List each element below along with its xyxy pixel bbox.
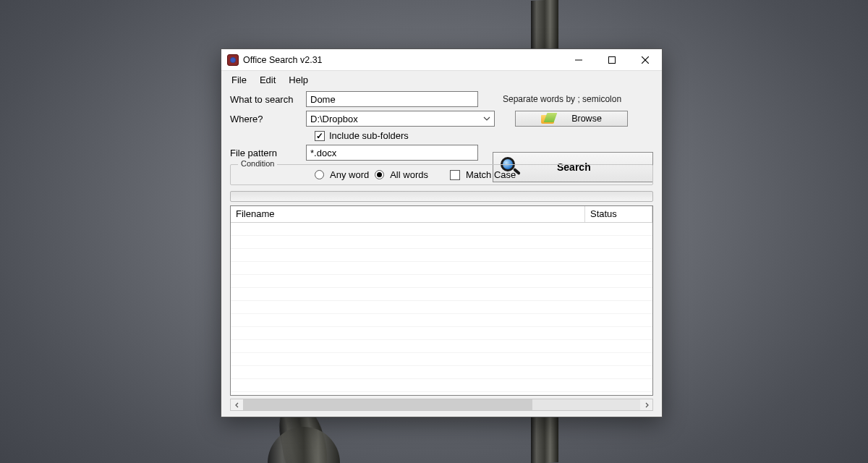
- condition-legend: Condition: [238, 159, 277, 168]
- browse-label: Browse: [571, 114, 602, 124]
- include-subfolders-label: Include sub-folders: [329, 130, 409, 141]
- folder-open-icon: [541, 114, 554, 124]
- menu-file[interactable]: File: [226, 73, 252, 87]
- titlebar[interactable]: Office Search v2.31: [221, 49, 662, 71]
- separator-hint: Separate words by ; semicolon: [503, 94, 621, 104]
- where-combobox[interactable]: D:\Dropbox: [306, 111, 495, 127]
- all-words-radio[interactable]: [375, 170, 384, 179]
- progress-bar: [230, 191, 653, 202]
- menu-help[interactable]: Help: [283, 73, 314, 87]
- what-to-search-input[interactable]: [306, 91, 478, 107]
- column-header-status[interactable]: Status: [585, 206, 652, 222]
- close-button[interactable]: [629, 49, 662, 70]
- chevron-down-icon: [483, 115, 490, 122]
- minimize-button[interactable]: [562, 49, 595, 70]
- file-pattern-label: File pattern: [230, 148, 306, 158]
- condition-group: Condition Any word All words Match Case: [230, 164, 653, 185]
- where-value: D:\Dropbox: [310, 114, 358, 124]
- svg-rect-1: [609, 56, 616, 63]
- where-label: Where?: [230, 114, 306, 124]
- app-icon: [227, 54, 239, 66]
- scroll-left-button[interactable]: [231, 399, 243, 410]
- scroll-right-button[interactable]: [640, 399, 652, 410]
- results-list: Filename Status: [230, 205, 653, 396]
- match-case-checkbox[interactable]: [450, 170, 460, 180]
- menu-edit[interactable]: Edit: [254, 73, 281, 87]
- results-body[interactable]: [231, 223, 652, 395]
- column-header-filename[interactable]: Filename: [231, 206, 585, 222]
- match-case-label: Match Case: [466, 169, 516, 180]
- window-title: Office Search v2.31: [243, 55, 323, 65]
- scroll-thumb[interactable]: [243, 399, 532, 410]
- browse-button[interactable]: Browse: [515, 111, 628, 127]
- what-to-search-label: What to search: [230, 94, 306, 105]
- file-pattern-input[interactable]: [306, 145, 478, 161]
- horizontal-scrollbar[interactable]: [230, 399, 653, 411]
- app-window: Office Search v2.31 File Edit Help What …: [221, 48, 663, 417]
- include-subfolders-checkbox[interactable]: [315, 131, 325, 141]
- scroll-track[interactable]: [243, 399, 640, 410]
- all-words-label: All words: [390, 169, 428, 180]
- maximize-button[interactable]: [595, 49, 629, 70]
- any-word-radio[interactable]: [315, 170, 324, 179]
- any-word-label: Any word: [330, 169, 369, 180]
- menubar: File Edit Help: [221, 71, 662, 88]
